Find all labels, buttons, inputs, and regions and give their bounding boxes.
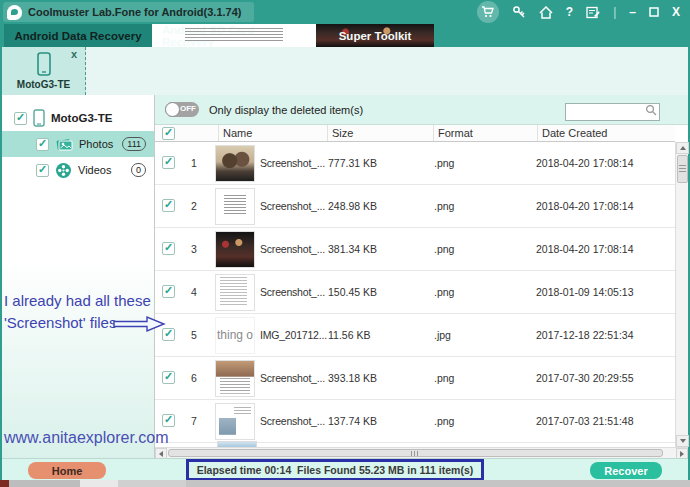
file-size: 381.34 KB: [326, 243, 426, 255]
table-header: Name Size Format Date Created: [155, 125, 675, 142]
row-index: 3: [185, 243, 215, 255]
file-list-panel: OFF Only display the deleted item(s) Nam…: [155, 95, 688, 458]
file-name: Screenshot_...: [260, 372, 326, 384]
titlebar-separator: |: [613, 5, 616, 19]
search-icon: [645, 104, 657, 116]
file-thumbnail: [215, 403, 255, 440]
videos-checkbox[interactable]: [36, 164, 49, 177]
feedback-icon[interactable]: [586, 6, 600, 19]
device-checkbox[interactable]: [14, 112, 27, 125]
row-index: 6: [185, 372, 215, 384]
column-header-size[interactable]: Size: [327, 125, 433, 141]
deleted-only-toggle[interactable]: OFF: [165, 102, 199, 117]
photos-count-badge: 111: [122, 137, 146, 151]
app-title: Coolmuster Lab.Fone for Android(3.1.74): [28, 6, 242, 18]
select-all-checkbox[interactable]: [162, 127, 175, 140]
file-format: .png: [426, 372, 534, 384]
file-thumbnail: [215, 274, 255, 311]
photos-checkbox[interactable]: [36, 138, 49, 151]
table-row[interactable]: 4 Screenshot_... 150.45 KB .png 2018-01-…: [155, 271, 675, 314]
tab-super-toolkit[interactable]: Super Toolkit: [316, 24, 434, 47]
home-icon[interactable]: [539, 6, 553, 19]
file-date: 2017-07-30 20:29:55: [534, 372, 675, 384]
horizontal-scroll-thumb[interactable]: [168, 449, 663, 457]
file-size: 248.98 KB: [326, 200, 426, 212]
device-tab[interactable]: x MotoG3-TE: [2, 47, 86, 95]
sidebar-item-photos[interactable]: Photos 111: [2, 131, 154, 157]
file-thumbnail: thing o: [215, 317, 255, 354]
scroll-up-button[interactable]: [676, 142, 689, 154]
help-icon[interactable]: ?: [566, 6, 573, 18]
tab-android-sd-card-recovery[interactable]: Android SD Card Recovery: [152, 24, 316, 47]
table-row[interactable]: 3 Screenshot_... 381.34 KB .png 2018-04-…: [155, 228, 675, 271]
file-format: .png: [426, 415, 534, 427]
table-row[interactable]: 1 Screenshot_... 777.31 KB .png 2018-04-…: [155, 142, 675, 185]
device-tab-label: MotoG3-TE: [2, 79, 85, 90]
table-row[interactable]: 2 Screenshot_... 248.98 KB .png 2018-04-…: [155, 185, 675, 228]
row-index: 4: [185, 286, 215, 298]
sidebar-device-row[interactable]: MotoG3-TE: [2, 105, 154, 131]
home-button[interactable]: Home: [28, 462, 106, 479]
minimize-icon[interactable]: –: [629, 6, 636, 18]
file-date: 2018-04-20 17:08:14: [534, 243, 675, 255]
tab-android-data-recovery[interactable]: Android Data Recovery: [4, 24, 152, 47]
sidebar-device-label: MotoG3-TE: [51, 112, 112, 124]
row-index: 2: [185, 200, 215, 212]
file-date: 2017-07-03 21:51:48: [534, 415, 675, 427]
row-index: 7: [185, 415, 215, 427]
store-cart-icon[interactable]: [477, 1, 499, 23]
table-row[interactable]: 5 thing o IMG_201712... 11.56 KB .jpg 20…: [155, 314, 675, 357]
file-size: 777.31 KB: [326, 157, 426, 169]
file-name: Screenshot_...: [260, 200, 326, 212]
filter-label: Only display the deleted item(s): [209, 104, 363, 116]
photos-icon: [55, 136, 73, 152]
sidebar-item-label: Photos: [79, 138, 113, 150]
row-checkbox[interactable]: [162, 285, 175, 298]
vertical-scroll-thumb[interactable]: [677, 155, 688, 183]
videos-count-badge: 0: [131, 163, 146, 177]
row-checkbox[interactable]: [162, 242, 175, 255]
table-row[interactable]: 7 Screenshot_... 137.74 KB .png 2017-07-…: [155, 400, 675, 443]
app-window: Coolmuster Lab.Fone for Android(3.1.74) …: [0, 0, 690, 487]
status-text: Elapsed time 00:14 Files Found 55.23 MB …: [197, 464, 474, 476]
status-annotation-box: Elapsed time 00:14 Files Found 55.23 MB …: [186, 459, 484, 481]
sidebar-item-videos[interactable]: Videos 0: [2, 157, 154, 183]
app-logo-icon: [7, 5, 22, 20]
filter-bar: OFF Only display the deleted item(s): [155, 95, 688, 125]
column-header-name[interactable]: Name: [218, 125, 327, 141]
maximize-icon[interactable]: [649, 7, 659, 17]
row-index: 5: [185, 329, 215, 341]
register-key-icon[interactable]: [512, 5, 526, 19]
main-tab-bar: Android Data Recovery Android SD Card Re…: [0, 24, 690, 47]
file-name: Screenshot_...: [260, 286, 326, 298]
desktop-background-strip: [0, 480, 690, 487]
vertical-scrollbar[interactable]: [675, 142, 688, 447]
toggle-knob: [165, 102, 180, 117]
file-format: .png: [426, 200, 534, 212]
table-body: 1 Screenshot_... 777.31 KB .png 2018-04-…: [155, 142, 675, 447]
toggle-state-label: OFF: [180, 104, 196, 113]
file-format: .png: [426, 243, 534, 255]
file-format: .png: [426, 286, 534, 298]
phone-icon: [33, 109, 45, 127]
status-bar: Home Elapsed time 00:14 Files Found 55.2…: [2, 458, 688, 480]
recover-button[interactable]: Recover: [590, 462, 662, 479]
file-date: 2018-01-09 14:05:13: [534, 286, 675, 298]
file-size: 11.56 KB: [326, 329, 426, 341]
annotation-line1: I already had all these: [4, 292, 151, 309]
column-header-date[interactable]: Date Created: [537, 125, 675, 141]
row-checkbox[interactable]: [162, 199, 175, 212]
file-format: .png: [426, 157, 534, 169]
table-row[interactable]: 6 Screenshot_... 393.18 KB .png 2017-07-…: [155, 357, 675, 400]
row-checkbox[interactable]: [162, 156, 175, 169]
close-icon[interactable]: X: [672, 6, 680, 18]
device-tab-close-icon[interactable]: x: [71, 48, 77, 60]
scroll-down-button[interactable]: [676, 435, 689, 447]
category-sidebar: MotoG3-TE Photos 111 Videos 0: [2, 95, 155, 458]
column-header-format[interactable]: Format: [433, 125, 537, 141]
row-index: 1: [185, 157, 215, 169]
row-checkbox[interactable]: [162, 371, 175, 384]
horizontal-scrollbar[interactable]: [155, 447, 688, 458]
row-checkbox[interactable]: [162, 414, 175, 427]
file-size: 393.18 KB: [326, 372, 426, 384]
